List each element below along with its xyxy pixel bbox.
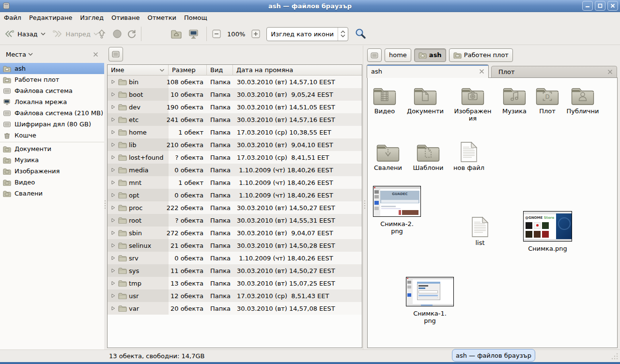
resize-grip[interactable] [611, 352, 619, 360]
sidebar-item-Кошче[interactable]: Кошче [0, 130, 104, 141]
column-header-name[interactable]: Име [108, 65, 169, 76]
file-row-root[interactable]: root? обектаПапка30.03.2010 (вт) 14,55,3… [108, 214, 362, 227]
places-close-icon[interactable] [93, 52, 98, 57]
sidebar-item-Изображения[interactable]: Изображения [0, 166, 104, 177]
home-button[interactable] [169, 27, 184, 41]
column-header-size[interactable]: Размер [169, 65, 207, 76]
thumbnail-Снимка-2.png[interactable]: GUADEC [373, 186, 421, 217]
expander-icon[interactable] [110, 180, 116, 185]
menu-item-0[interactable]: Файл [0, 13, 25, 23]
expander-icon[interactable] [110, 79, 116, 84]
file-нов файл[interactable]: нов файл [445, 141, 493, 171]
expander-icon[interactable] [110, 167, 116, 172]
file-row-opt[interactable]: opt0 обектаПапка 1.10.2009 (чт) 18,40,26… [108, 189, 362, 201]
stop-button[interactable] [110, 26, 124, 42]
folder-Документи[interactable]: Документи [401, 86, 450, 115]
tab-plot[interactable]: Плот [491, 66, 617, 78]
pathbar-button-home[interactable]: home [385, 48, 411, 62]
folder-Изображения[interactable]: Изображения [449, 86, 497, 122]
sidebar-item-ash[interactable]: ash [0, 63, 104, 74]
folder-icon [118, 141, 127, 148]
sidebar-item-Файлова система[interactable]: Файлова система [0, 85, 104, 96]
places-chevron-icon[interactable] [28, 52, 33, 56]
expander-icon[interactable] [110, 193, 116, 197]
pathbar-button-ash[interactable]: ash [414, 48, 446, 62]
search-button[interactable] [352, 25, 369, 43]
places-title[interactable]: Места [6, 51, 26, 58]
sidebar-item-Файлова система (210 MB)[interactable]: Файлова система (210 MB) [0, 107, 104, 119]
sidebar-item-label: Документи [15, 145, 51, 152]
column-header-type[interactable]: Вид [207, 65, 233, 76]
file-row-var[interactable]: var20 обектаПапка30.03.2010 (вт) 14,57,0… [108, 302, 362, 315]
tree-pane-root-button[interactable] [108, 47, 123, 61]
expander-icon[interactable] [110, 117, 116, 122]
file-row-usr[interactable]: usr12 обектаПапка17.03.2010 (ср) 8,51,43… [108, 289, 362, 302]
computer-button[interactable] [186, 26, 202, 42]
folder-Публични[interactable]: Публични [558, 86, 607, 115]
file-row-sys[interactable]: sys11 обектаПапка30.03.2010 (вт) 14,50,2… [108, 264, 362, 277]
drive-icon [3, 121, 11, 128]
expander-icon[interactable] [110, 142, 116, 147]
expander-icon[interactable] [110, 218, 116, 223]
expander-icon[interactable] [110, 105, 116, 109]
file-row-tmp[interactable]: tmp13 обектаПапка30.03.2010 (вт) 15,07,2… [108, 277, 362, 289]
menu-item-4[interactable]: Отметки [143, 13, 180, 23]
expander-icon[interactable] [110, 243, 116, 248]
sidebar-item-Музика[interactable]: Музика [0, 154, 104, 166]
tab-ash[interactable]: ash [367, 64, 489, 78]
zoom-out-button[interactable] [210, 27, 223, 41]
file-row-srv[interactable]: srv0 обектаПапка 1.10.2009 (чт) 18,40,26… [108, 252, 362, 264]
expander-icon[interactable] [110, 293, 116, 298]
pathbar-button-root[interactable] [367, 48, 382, 62]
file-row-sbin[interactable]: sbin272 обектаПапка30.03.2010 (вт) 9,04,… [108, 227, 362, 239]
file-row-boot[interactable]: boot10 обектаПапка30.03.2010 (вт) 9,05,2… [108, 88, 362, 101]
sidebar-item-Свалени[interactable]: Свалени [0, 188, 104, 199]
sidebar-item-Документи[interactable]: Документи [0, 143, 104, 154]
reload-button[interactable] [124, 26, 139, 42]
sidebar-item-Работен плот[interactable]: Работен плот [0, 74, 104, 85]
menu-item-5[interactable]: Помощ [180, 13, 211, 23]
expander-icon[interactable] [110, 205, 116, 210]
file-row-mnt[interactable]: mnt1 обектПапка 1.10.2009 (чт) 18,40,26 … [108, 176, 362, 189]
file-row-proc[interactable]: proc222 обектаПапка30.03.2010 (вт) 14,50… [108, 201, 362, 214]
column-header-date[interactable]: Дата на промяна [233, 65, 362, 76]
file-row-lib[interactable]: lib210 обектаПапка30.03.2010 (вт) 9,04,1… [108, 138, 362, 151]
file-row-etc[interactable]: etc241 обектаПапка30.03.2010 (вт) 14,57,… [108, 113, 362, 126]
forward-button[interactable]: Напред [50, 27, 100, 41]
expander-icon[interactable] [110, 155, 116, 160]
file-row-selinux[interactable]: selinux21 обектаПапка30.03.2010 (вт) 14,… [108, 239, 362, 252]
back-button[interactable]: Назад [2, 27, 47, 41]
tab-close-icon[interactable] [479, 69, 484, 74]
file-row-media[interactable]: media0 обектаПапка 1.10.2009 (чт) 18,40,… [108, 164, 362, 176]
sidebar-item-Шифриран дял (80 GB)[interactable]: Шифриран дял (80 GB) [0, 119, 104, 130]
thumbnail-Снимка.png[interactable]: @GNOME Store [523, 211, 572, 242]
up-button[interactable] [94, 26, 109, 42]
expander-icon[interactable] [110, 268, 116, 273]
close-button[interactable] [607, 1, 618, 11]
minimize-button[interactable] [582, 1, 593, 11]
pane-splitter-left[interactable] [104, 46, 106, 349]
expander-icon[interactable] [110, 306, 116, 311]
tab-close-icon[interactable] [607, 69, 613, 75]
menu-item-2[interactable]: Изглед [76, 13, 108, 23]
sidebar-item-Локална мрежа[interactable]: Локална мрежа [0, 96, 104, 107]
expander-icon[interactable] [110, 130, 116, 135]
sidebar-item-Видео[interactable]: Видео [0, 177, 104, 188]
expander-icon[interactable] [110, 256, 116, 260]
menu-item-3[interactable]: Отиване [108, 13, 143, 23]
file-row-home[interactable]: home1 обектПапка17.03.2010 (ср) 10,38,55… [108, 126, 362, 138]
file-row-dev[interactable]: dev190 обектаПапка30.03.2010 (вт) 14,51,… [108, 101, 362, 113]
expander-icon[interactable] [110, 230, 116, 235]
maximize-button[interactable] [595, 1, 605, 11]
menu-item-1[interactable]: Редактиране [25, 13, 76, 23]
view-mode-combo[interactable]: Изглед като икони [266, 27, 348, 41]
pathbar-button-Работен плот[interactable]: Работен плот [449, 48, 513, 62]
expander-icon[interactable] [110, 281, 116, 286]
zoom-in-button[interactable] [249, 27, 263, 41]
file-row-bin[interactable]: bin108 обектаПапка30.03.2010 (вт) 14,57,… [108, 76, 362, 88]
thumbnail-Снимка-1.png[interactable] [406, 277, 454, 306]
expander-icon[interactable] [110, 92, 116, 97]
file-list[interactable]: list [456, 216, 504, 246]
pathbar-label: ash [429, 51, 442, 59]
file-row-lost+found[interactable]: lost+found? обектаПапка17.03.2010 (ср) 8… [108, 151, 362, 164]
